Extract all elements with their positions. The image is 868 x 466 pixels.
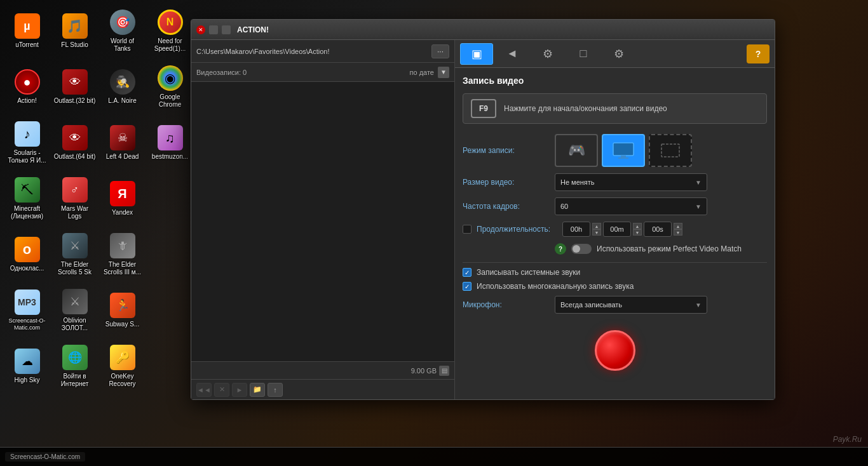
help-button[interactable]: ?: [747, 44, 770, 63]
video-size-label: Размер видео:: [463, 178, 555, 187]
icon-wot[interactable]: 🎯 World ofTanks: [98, 3, 146, 59]
duration-hours[interactable]: 00h: [562, 222, 590, 237]
tab-screenshot[interactable]: □: [567, 43, 600, 65]
wot-icon: 🎯: [110, 10, 135, 35]
icon-odnoklasniki[interactable]: о Одноклас...: [3, 227, 51, 283]
minimize-button[interactable]: [209, 25, 218, 34]
sort-button[interactable]: по дате: [410, 69, 434, 76]
perfect-help-icon[interactable]: ?: [555, 243, 566, 255]
icon-oblivion[interactable]: ⚔ OblivionЗОЛОТ...: [51, 283, 98, 338]
duration-seconds[interactable]: 00s: [644, 222, 672, 237]
fps-select[interactable]: 60 ▼: [555, 197, 707, 215]
icon-outlast32[interactable]: 👁 Outlast.(32 bit): [51, 59, 98, 115]
window-content: C:\Users\Makarov\Favorites\Videos\Action…: [191, 40, 775, 399]
duration-minutes[interactable]: 00m: [603, 222, 631, 237]
icon-left4dead[interactable]: ☠ Left 4 Dead: [98, 115, 146, 171]
icon-bestmuzon[interactable]: ♫ bestmuzon...: [146, 115, 194, 171]
taskbar-screencast[interactable]: Screencast-O-Matic.com: [5, 452, 85, 462]
icon-label-onekey: OneKey Recovery: [101, 373, 144, 388]
multichannel-row: ✓ Использовать многоканальную запись зву…: [463, 282, 767, 291]
system-sound-checkbox[interactable]: ✓: [463, 268, 471, 277]
seconds-down[interactable]: ▼: [674, 229, 682, 236]
sort-dropdown[interactable]: ▼: [438, 67, 449, 78]
icon-label-nfs: Need forSpeed(1)...: [154, 37, 186, 53]
tab-audio[interactable]: ◄: [496, 43, 529, 65]
icon-soularis[interactable]: ♪ Soularis - Только Я И...: [3, 115, 51, 171]
record-mode-icons: 🎮: [555, 134, 767, 167]
folder-button[interactable]: 📁: [250, 383, 265, 397]
icon-label-outlast64: Outlast.(64 bit): [54, 153, 96, 161]
tab-settings[interactable]: ⚙: [602, 43, 635, 65]
fps-value: 60: [560, 203, 568, 210]
video-size-select[interactable]: Не менять ▼: [555, 173, 707, 191]
icon-nfs[interactable]: N Need forSpeed(1)...: [146, 3, 194, 59]
icon-outlast64[interactable]: 👁 Outlast.(64 bit): [51, 115, 98, 171]
fps-row: Частота кадров: 60 ▼: [463, 197, 767, 215]
record-button-row: [463, 320, 767, 381]
icon-label-subway: Subway S...: [105, 321, 139, 328]
icon-highsky[interactable]: ☁ High Sky: [3, 338, 51, 394]
tab-video[interactable]: ▣: [460, 43, 493, 65]
perfect-match-row: ? Использовать режим Perfect Video Match: [463, 243, 767, 255]
record-mode-row: Режим записи: 🎮: [463, 134, 767, 167]
multichannel-checkbox[interactable]: ✓: [463, 282, 471, 291]
multichannel-label: Использовать многоканальную запись звука: [477, 282, 634, 291]
icon-fl[interactable]: 🎵 FL Studio: [51, 3, 98, 59]
icon-label-fl: FL Studio: [61, 41, 88, 49]
storage-text: 9.00 GB: [196, 367, 437, 375]
outlast32-icon: 👁: [62, 69, 88, 95]
icon-elderscrolls5[interactable]: ⚔ The Elder Scrolls 5 Sk: [51, 227, 98, 283]
seconds-up[interactable]: ▲: [674, 223, 682, 229]
play-button[interactable]: ►: [232, 383, 247, 397]
path-browse-button[interactable]: ···: [431, 44, 449, 58]
duration-row: Продолжительность: 00h ▲ ▼ 00m: [463, 222, 767, 237]
icon-voiti[interactable]: 🌐 Войти вИнтернет: [51, 338, 98, 394]
stop-button[interactable]: ✕: [214, 383, 229, 397]
icon-onekey[interactable]: 🔑 OneKey Recovery: [98, 338, 146, 394]
icon-chrome[interactable]: ◉ GoogleChrome: [146, 59, 194, 115]
storage-bar: 9.00 GB ▤: [191, 361, 454, 379]
mic-select[interactable]: Всегда записывать ▼: [555, 296, 707, 314]
fl-icon: 🎵: [62, 13, 88, 39]
prev-button[interactable]: ◄◄: [196, 383, 212, 397]
icon-label-left4dead: Left 4 Dead: [106, 153, 139, 161]
mp3-icon: MP3: [15, 290, 40, 315]
hours-up[interactable]: ▲: [592, 223, 601, 229]
desktop-icon-grid: µ uTorrent ● Action! ♪ Soularis - Только…: [0, 0, 197, 400]
icon-utorrent[interactable]: µ uTorrent: [3, 3, 51, 59]
hours-down[interactable]: ▼: [592, 229, 601, 236]
upload-button[interactable]: ↑: [268, 383, 283, 397]
highsky-icon: ☁: [15, 349, 40, 374]
icon-yandex[interactable]: Я Yandex: [98, 171, 146, 227]
mode-desktop[interactable]: [602, 134, 645, 167]
icon-label-action: Action!: [17, 97, 37, 105]
divider1: [463, 262, 767, 263]
icon-mars[interactable]: ♂ Mars War Logs: [51, 171, 98, 227]
storage-icon[interactable]: ▤: [439, 366, 449, 376]
record-button[interactable]: [595, 330, 635, 371]
section-title: Запись видео: [463, 76, 767, 86]
minutes-up[interactable]: ▲: [633, 223, 642, 229]
duration-checkbox[interactable]: [463, 225, 471, 234]
icon-action[interactable]: ● Action!: [3, 59, 51, 115]
perfect-toggle[interactable]: [571, 244, 592, 254]
elderscrolls5-icon: ⚔: [62, 233, 88, 258]
mode-gamepad[interactable]: 🎮: [555, 134, 598, 167]
path-bar: C:\Users\Makarov\Favorites\Videos\Action…: [191, 40, 454, 63]
maximize-button[interactable]: [222, 25, 231, 34]
icon-mp3[interactable]: MP3 Screencast-O-Matic.com: [3, 283, 51, 338]
videos-header: Видеозаписи: 0 по дате ▼: [191, 63, 454, 82]
close-button[interactable]: ✕: [196, 25, 205, 34]
icon-label-chrome: GoogleChrome: [159, 93, 182, 109]
system-sound-row: ✓ Записывать системные звуки: [463, 268, 767, 277]
mode-region[interactable]: [649, 134, 692, 167]
f9-badge: F9: [471, 99, 496, 118]
icon-label-odnoklasniki: Одноклас...: [10, 265, 44, 272]
icon-minecraft[interactable]: ⛏ Minecraft (Лицензия): [3, 171, 51, 227]
icon-elder[interactable]: 🗡 The ElderScrolls III м...: [98, 227, 146, 283]
tab-stream[interactable]: ⚙: [531, 43, 564, 65]
icon-lanoire[interactable]: 🕵 L.A. Noire: [98, 59, 146, 115]
toggle-knob: [573, 245, 580, 253]
icon-subway[interactable]: 🏃 Subway S...: [98, 283, 146, 338]
minutes-down[interactable]: ▼: [633, 229, 642, 236]
